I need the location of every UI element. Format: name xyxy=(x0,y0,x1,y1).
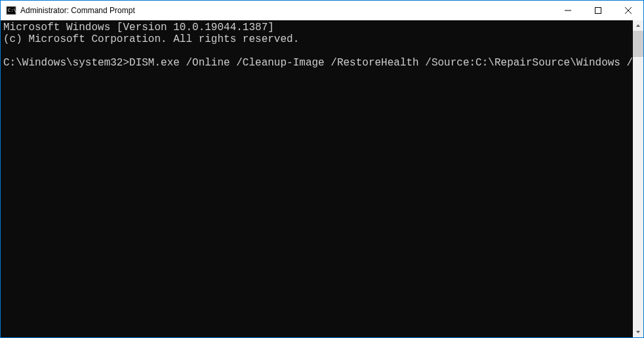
console-prompt-line: C:\Windows\system32>DISM.exe /Online /Cl… xyxy=(3,57,633,69)
scroll-up-button[interactable] xyxy=(633,20,643,31)
scroll-down-button[interactable] xyxy=(633,327,643,337)
app-icon: C:\ xyxy=(6,5,16,16)
scroll-track[interactable] xyxy=(633,31,643,327)
scroll-thumb[interactable] xyxy=(633,31,643,57)
console-area: Microsoft Windows [Version 10.0.19044.13… xyxy=(1,20,643,337)
maximize-button[interactable] xyxy=(583,1,613,20)
svg-text:C:\: C:\ xyxy=(8,8,16,13)
console-line: (c) Microsoft Corporation. All rights re… xyxy=(3,33,299,45)
minimize-button[interactable] xyxy=(553,1,583,20)
console-line: Microsoft Windows [Version 10.0.19044.13… xyxy=(3,22,274,33)
prompt: C:\Windows\system32> xyxy=(3,57,129,69)
titlebar[interactable]: C:\ Administrator: Command Prompt xyxy=(1,1,643,20)
close-button[interactable] xyxy=(613,1,643,20)
window-title: Administrator: Command Prompt xyxy=(20,6,553,15)
vertical-scrollbar[interactable] xyxy=(633,20,643,337)
svg-rect-3 xyxy=(595,8,601,14)
svg-marker-6 xyxy=(636,24,640,27)
command-prompt-window: C:\ Administrator: Command Prompt Micros… xyxy=(1,1,643,337)
command-input[interactable]: DISM.exe /Online /Cleanup-Image /Restore… xyxy=(129,57,633,69)
window-controls xyxy=(553,1,643,20)
console-output[interactable]: Microsoft Windows [Version 10.0.19044.13… xyxy=(1,20,633,337)
svg-marker-7 xyxy=(636,331,640,333)
